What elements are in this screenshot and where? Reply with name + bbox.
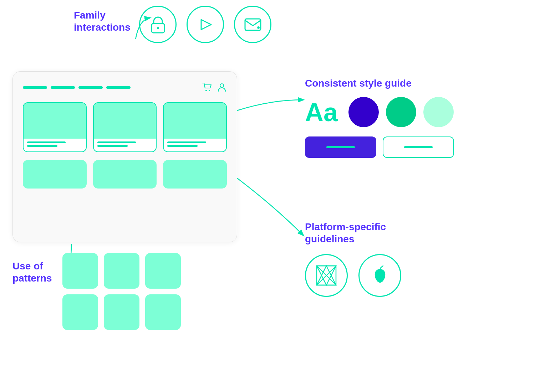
svg-point-6	[205, 90, 207, 91]
platform-icons-row	[305, 254, 401, 297]
svg-point-7	[209, 90, 210, 91]
wireframe-card	[12, 71, 237, 242]
card-line-1	[27, 141, 66, 143]
pattern-grid	[62, 253, 181, 336]
lock-icon	[139, 6, 177, 43]
card-line-2	[27, 145, 57, 147]
half-card-2	[93, 160, 157, 189]
nav-dash-1	[23, 86, 47, 89]
product-card-2	[93, 102, 157, 152]
pattern-tile-2	[104, 253, 139, 289]
product-cards-top	[23, 102, 227, 152]
color-indigo	[348, 97, 379, 127]
style-guide-title: Consistent style guide	[305, 78, 454, 89]
pattern-tile-1	[62, 253, 98, 289]
mail-icon	[234, 6, 271, 43]
material-design-icon	[305, 254, 348, 297]
outline-button[interactable]	[383, 136, 454, 158]
card-image-3	[164, 103, 226, 139]
buttons-row	[305, 136, 454, 158]
pattern-row-1	[62, 253, 181, 289]
family-interactions-label: Family interactions	[74, 9, 131, 33]
btn-primary-line	[326, 146, 355, 148]
color-light-teal	[423, 97, 454, 127]
card-body-1	[24, 139, 86, 151]
typography-aa: Aa	[305, 99, 338, 125]
card-image-1	[24, 103, 86, 139]
family-icon-circles	[139, 6, 271, 43]
svg-point-1	[157, 27, 159, 29]
wireframe-navbar	[23, 82, 227, 92]
card-body-2	[94, 139, 156, 151]
platform-guide-title: Platform-specific guidelines	[305, 221, 401, 245]
play-send-icon	[187, 6, 224, 43]
card-line-3	[97, 141, 136, 143]
btn-outline-line	[404, 146, 433, 148]
pattern-tile-5	[104, 294, 139, 330]
card-line-5	[167, 141, 206, 143]
nav-dash-2	[51, 86, 75, 89]
product-cards-bottom	[23, 160, 227, 189]
half-card-3	[163, 160, 227, 189]
pattern-tile-4	[62, 294, 98, 330]
card-line-4	[97, 145, 128, 147]
pattern-row-2	[62, 294, 181, 330]
nav-dashes	[23, 86, 131, 89]
nav-dash-3	[78, 86, 103, 89]
platform-guide-section: Platform-specific guidelines	[305, 221, 401, 297]
nav-icons	[202, 82, 227, 92]
use-patterns-label: Use of patterns	[12, 260, 52, 284]
pattern-tile-6	[145, 294, 181, 330]
card-image-2	[94, 103, 156, 139]
svg-marker-2	[201, 20, 211, 30]
style-guide-section: Consistent style guide Aa	[305, 78, 454, 158]
product-card-1	[23, 102, 87, 152]
apple-icon	[358, 254, 401, 297]
card-body-3	[164, 139, 226, 151]
color-circles-row: Aa	[305, 97, 454, 127]
pattern-tile-3	[145, 253, 181, 289]
card-line-6	[167, 145, 198, 147]
nav-dash-4	[106, 86, 131, 89]
product-card-3	[163, 102, 227, 152]
color-teal	[386, 97, 416, 127]
primary-button[interactable]	[305, 136, 376, 158]
svg-point-8	[220, 84, 224, 87]
half-card-1	[23, 160, 87, 189]
